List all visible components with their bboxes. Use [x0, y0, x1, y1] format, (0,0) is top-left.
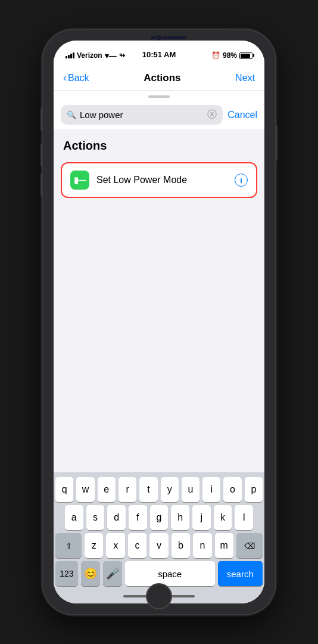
key-v[interactable]: v: [149, 533, 168, 558]
key-b[interactable]: b: [172, 533, 190, 558]
key-m[interactable]: m: [215, 533, 233, 558]
search-cancel-button[interactable]: Cancel: [227, 110, 257, 120]
home-button[interactable]: [146, 583, 172, 609]
next-button[interactable]: Next: [235, 73, 255, 83]
key-i[interactable]: i: [202, 477, 220, 502]
alarm-icon: ⏰: [211, 51, 220, 60]
actions-heading: Actions: [63, 139, 255, 153]
low-power-icon: ▮—: [74, 176, 86, 184]
nav-title: Actions: [144, 72, 180, 84]
action-label: Set Low Power Mode: [96, 175, 227, 185]
key-search[interactable]: search: [218, 561, 263, 586]
key-p[interactable]: p: [245, 477, 263, 502]
actions-section: Actions: [54, 129, 264, 157]
search-container: 🔍 ⓧ Cancel: [54, 100, 264, 129]
keyboard-row-2: a s d f g h j k l: [55, 505, 263, 530]
status-left: Verizon ▾— ↬: [66, 51, 125, 60]
key-t[interactable]: t: [139, 477, 157, 502]
phone-device: Verizon ▾— ↬ 10:51 AM ⏰ 98% ‹ Back Actio…: [43, 30, 275, 614]
action-item-low-power[interactable]: ▮— Set Low Power Mode i: [61, 162, 257, 198]
key-j[interactable]: j: [192, 505, 211, 530]
key-x[interactable]: x: [106, 533, 124, 558]
back-chevron-icon: ‹: [63, 72, 67, 84]
phone-screen: Verizon ▾— ↬ 10:51 AM ⏰ 98% ‹ Back Actio…: [54, 41, 264, 603]
keyboard-row-3: ⇧ z x c v b n m ⌫: [55, 533, 263, 558]
status-time: 10:51 AM: [142, 50, 176, 59]
drag-handle: [54, 91, 264, 100]
key-h[interactable]: h: [171, 505, 189, 530]
keyboard: q w e r t y u i o p a s d f g: [54, 472, 264, 592]
battery-icon: [239, 52, 252, 59]
key-r[interactable]: r: [119, 477, 136, 502]
status-right: ⏰ 98%: [211, 51, 252, 60]
key-numbers[interactable]: 123: [55, 561, 78, 586]
key-emoji[interactable]: 😊: [81, 561, 100, 586]
wifi-icon: ▾—: [105, 51, 117, 60]
empty-area: [54, 203, 264, 472]
key-f[interactable]: f: [129, 505, 147, 530]
nav-bar: ‹ Back Actions Next: [54, 67, 264, 91]
key-l[interactable]: l: [235, 505, 253, 530]
battery-fill: [241, 54, 250, 58]
status-bar: Verizon ▾— ↬ 10:51 AM ⏰ 98%: [54, 41, 264, 67]
key-g[interactable]: g: [150, 505, 169, 530]
content-area: 🔍 ⓧ Cancel Actions ▮— Set Low Power Mode: [54, 91, 264, 603]
drag-handle-bar: [148, 95, 170, 98]
key-c[interactable]: c: [128, 533, 146, 558]
search-clear-button[interactable]: ⓧ: [207, 109, 217, 121]
key-q[interactable]: q: [55, 477, 73, 502]
action-info-button[interactable]: i: [235, 174, 248, 187]
signal-bars: [66, 52, 74, 58]
search-magnifier-icon: 🔍: [67, 110, 76, 119]
key-o[interactable]: o: [223, 477, 241, 502]
action-icon: ▮—: [70, 171, 89, 190]
battery-percent: 98%: [223, 51, 237, 60]
key-n[interactable]: n: [193, 533, 211, 558]
key-e[interactable]: e: [98, 477, 116, 502]
search-input-wrapper[interactable]: 🔍 ⓧ: [61, 105, 223, 125]
key-s[interactable]: s: [86, 505, 105, 530]
key-d[interactable]: d: [107, 505, 126, 530]
action-list: ▮— Set Low Power Mode i: [54, 162, 264, 198]
back-label[interactable]: Back: [68, 73, 89, 83]
carrier-name: Verizon: [77, 51, 102, 60]
key-mic[interactable]: 🎤: [103, 561, 122, 586]
back-button[interactable]: ‹ Back: [63, 72, 89, 84]
key-shift[interactable]: ⇧: [55, 533, 82, 558]
key-space[interactable]: space: [125, 561, 215, 586]
key-backspace[interactable]: ⌫: [236, 533, 263, 558]
keyboard-row-4: 123 😊 🎤 space search: [55, 561, 263, 586]
key-k[interactable]: k: [214, 505, 232, 530]
search-input[interactable]: [80, 110, 204, 120]
key-a[interactable]: a: [65, 505, 83, 530]
key-u[interactable]: u: [182, 477, 199, 502]
key-w[interactable]: w: [76, 477, 94, 502]
wifi-symbol: ↬: [119, 51, 125, 60]
keyboard-row-1: q w e r t y u i o p: [55, 477, 263, 502]
key-y[interactable]: y: [161, 477, 179, 502]
key-z[interactable]: z: [85, 533, 103, 558]
